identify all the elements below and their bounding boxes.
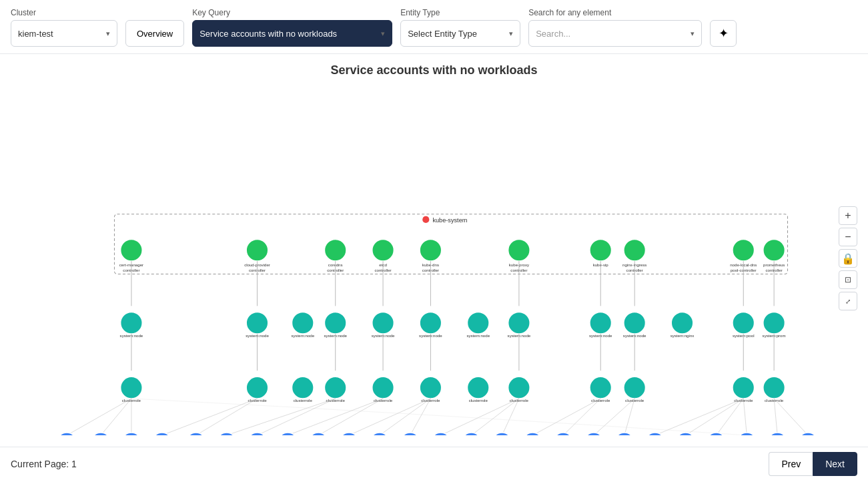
svg-text:clusterrole: clusterrole: [248, 398, 267, 403]
svg-point-61: [671, 312, 693, 334]
svg-point-77: [121, 377, 143, 399]
svg-point-140: [492, 433, 512, 435]
svg-point-97: [733, 377, 755, 399]
row1-nodes: cert-manager controller cloud-provider c…: [119, 239, 785, 272]
entity-type-label: Entity Type: [400, 8, 520, 17]
svg-point-63: [733, 312, 755, 334]
svg-point-135: [340, 433, 359, 435]
cluster-label: Cluster: [11, 8, 117, 17]
svg-line-113: [441, 399, 519, 435]
fit-button[interactable]: ⊡: [839, 270, 857, 289]
svg-line-111: [380, 399, 430, 435]
svg-point-59: [624, 312, 646, 334]
lock-button[interactable]: 🔒: [839, 249, 857, 268]
next-button[interactable]: Next: [813, 452, 857, 476]
svg-point-45: [292, 312, 314, 334]
expand-button[interactable]: ⤢: [839, 292, 857, 310]
search-field: Search for any element Search... ▾: [528, 8, 702, 47]
cluster-select[interactable]: kiem-test ▾: [11, 20, 117, 47]
expand-icon: ⤢: [845, 298, 851, 305]
page-info: Current Page: 1: [11, 459, 77, 469]
svg-point-126: [57, 433, 77, 435]
svg-text:system:node: system:node: [466, 333, 490, 338]
namespace-label: kube-system: [432, 217, 467, 224]
svg-point-146: [676, 433, 695, 435]
svg-text:clusterrole: clusterrole: [294, 398, 313, 403]
svg-point-81: [292, 377, 314, 399]
svg-line-114: [472, 399, 519, 435]
edges-row2-row3: [131, 334, 774, 371]
svg-point-138: [431, 433, 450, 435]
gear-button[interactable]: ✦: [710, 20, 737, 47]
svg-line-124: [774, 399, 777, 435]
svg-text:clusterrole: clusterrole: [326, 398, 346, 403]
key-query-chevron-icon: ▾: [381, 29, 385, 38]
zoom-out-button[interactable]: −: [839, 228, 857, 246]
svg-point-141: [523, 433, 542, 435]
svg-point-11: [372, 239, 394, 261]
gear-icon: ✦: [719, 26, 729, 41]
cluster-chevron-icon: ▾: [106, 29, 110, 38]
svg-line-125: [774, 399, 808, 435]
svg-point-51: [420, 312, 442, 334]
svg-point-65: [763, 312, 785, 334]
svg-point-148: [737, 433, 757, 435]
svg-point-149: [768, 433, 787, 435]
overview-button[interactable]: Overview: [125, 20, 184, 47]
svg-line-101: [67, 399, 131, 435]
bottom-blue-row: [57, 433, 818, 435]
svg-point-14: [420, 239, 442, 261]
svg-point-2: [121, 239, 143, 261]
svg-point-145: [645, 433, 665, 435]
svg-point-130: [187, 433, 206, 435]
svg-point-128: [122, 433, 141, 435]
svg-text:kube-proxy: kube-proxy: [509, 262, 530, 267]
svg-point-47: [324, 312, 346, 334]
svg-text:clusterrole: clusterrole: [469, 398, 488, 403]
svg-line-110: [349, 399, 430, 435]
svg-text:system:node: system:node: [291, 333, 314, 338]
cross-edges: [67, 399, 808, 435]
search-placeholder: Search...: [536, 29, 570, 39]
svg-point-99: [763, 377, 785, 399]
lock-icon: 🔒: [841, 252, 855, 265]
svg-point-1: [422, 216, 429, 223]
svg-line-123: [743, 399, 747, 435]
key-query-select[interactable]: Service accounts with no workloads ▾: [192, 20, 392, 47]
svg-point-87: [420, 377, 442, 399]
svg-point-25: [733, 239, 755, 261]
prev-button[interactable]: Prev: [769, 452, 813, 476]
entity-type-field: Entity Type Select Entity Type ▾: [400, 8, 520, 47]
row2-nodes: system:node system:node system:node syst…: [120, 312, 786, 338]
svg-line-118: [594, 399, 634, 435]
svg-point-139: [462, 433, 481, 435]
svg-point-136: [370, 433, 390, 435]
search-select[interactable]: Search... ▾: [528, 20, 702, 47]
graph-container[interactable]: kube-system cert-manager controller clou…: [0, 81, 868, 435]
svg-point-93: [590, 377, 612, 399]
svg-point-95: [624, 377, 646, 399]
svg-point-150: [799, 433, 818, 435]
svg-line-112: [410, 399, 431, 435]
zoom-controls: + − 🔒 ⊡ ⤢: [839, 206, 857, 310]
svg-point-91: [508, 377, 530, 399]
svg-line-117: [563, 399, 600, 435]
svg-line-119: [624, 399, 634, 435]
svg-line-116: [532, 399, 600, 435]
svg-text:clusterrole: clusterrole: [374, 398, 393, 403]
entity-type-select[interactable]: Select Entity Type ▾: [400, 20, 520, 47]
svg-point-41: [121, 312, 143, 334]
svg-point-142: [554, 433, 573, 435]
zoom-in-button[interactable]: +: [839, 206, 857, 225]
header: Cluster kiem-test ▾ Overview Key Query S…: [0, 0, 868, 54]
fit-icon: ⊡: [845, 275, 851, 284]
svg-line-115: [502, 399, 518, 435]
svg-point-79: [246, 377, 268, 399]
svg-point-134: [309, 433, 328, 435]
search-chevron-icon: ▾: [691, 29, 695, 38]
svg-point-132: [248, 433, 267, 435]
entity-type-chevron-icon: ▾: [509, 29, 513, 38]
svg-point-5: [246, 239, 268, 261]
svg-point-144: [615, 433, 634, 435]
svg-line-109: [318, 399, 383, 435]
